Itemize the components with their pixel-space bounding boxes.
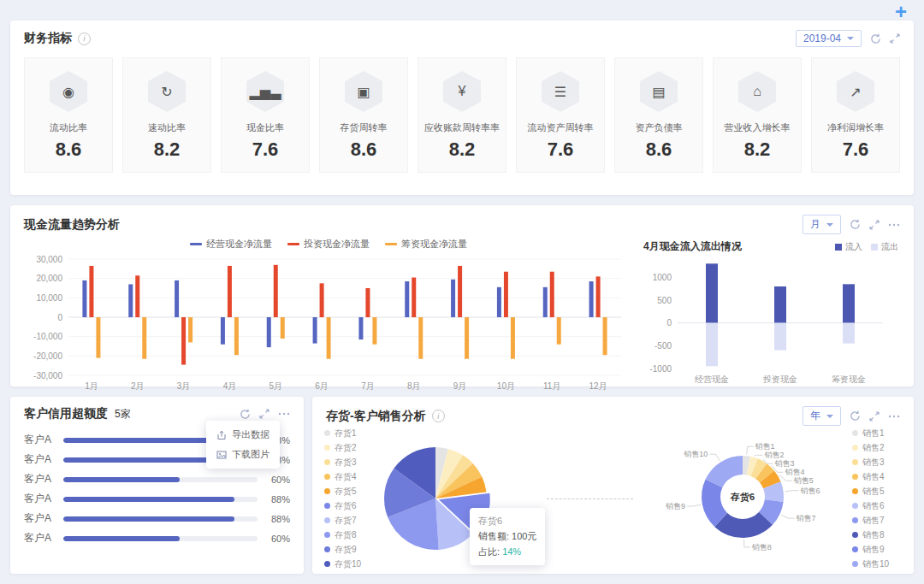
svg-text:7月: 7月: [361, 381, 375, 391]
legend-item[interactable]: 存货7: [324, 515, 374, 527]
legend-item[interactable]: 投资现金净流量: [287, 238, 370, 251]
info-icon[interactable]: i: [432, 410, 445, 422]
svg-text:-500: -500: [654, 341, 672, 351]
cashflow-section-title: 现金流量趋势分析: [24, 217, 120, 233]
inventory-pie-area: 存货6 存货6 销售额: 100元 占比: 14%: [374, 434, 542, 563]
april-inflow-outflow-chart[interactable]: 10005000-500-1000经营现金投资现金筹资现金: [642, 254, 898, 384]
svg-text:0: 0: [666, 318, 672, 327]
inventory-sales-card: 存货-客户销售分析 i 年 存货1存货2存货3存货4存货5存货6存货7存货8存货…: [312, 397, 914, 574]
legend-item[interactable]: 销售4: [852, 471, 902, 483]
legend-dot: [324, 459, 330, 465]
legend-item[interactable]: 存货9: [324, 544, 374, 556]
legend-item[interactable]: 流出: [871, 241, 898, 253]
credit-bar-track: [63, 497, 258, 502]
legend-dot: [852, 430, 858, 436]
expand-icon[interactable]: [259, 409, 270, 419]
credit-bar-track: [63, 477, 258, 482]
subchart-title: 4月现金流入流出情况: [643, 239, 742, 254]
svg-text:1000: 1000: [653, 273, 672, 282]
legend-item[interactable]: 流入: [835, 241, 862, 253]
yen-arrow-icon: ¥: [443, 71, 481, 112]
kpi-label: 现金比率: [225, 121, 305, 134]
legend-item[interactable]: 销售2: [852, 442, 902, 454]
kpi-label: 流动比率: [28, 121, 109, 134]
store-icon: ⌂: [738, 71, 776, 112]
popup-item-download-image[interactable]: 下载图片: [216, 448, 270, 461]
expand-icon[interactable]: [869, 220, 880, 230]
expand-icon[interactable]: [890, 33, 900, 44]
legend-item[interactable]: 销售10: [852, 558, 902, 570]
kpi-value: 8.2: [127, 139, 207, 161]
legend-label: 存货7: [335, 515, 357, 527]
more-icon[interactable]: [278, 409, 290, 419]
card-menu-popup: 导出数据下载图片: [206, 421, 280, 469]
legend-label: 存货6: [335, 500, 357, 512]
svg-text:销售4: 销售4: [785, 468, 804, 476]
period-select[interactable]: 月: [803, 215, 841, 234]
info-icon[interactable]: i: [78, 32, 91, 45]
legend-label: 销售6: [862, 500, 885, 512]
credit-pct: 88%: [264, 494, 290, 504]
image-icon: [216, 450, 227, 460]
refresh-icon[interactable]: [240, 409, 251, 420]
legend-item[interactable]: 销售8: [852, 529, 902, 541]
legend-item[interactable]: 销售7: [852, 515, 902, 527]
legend-item[interactable]: 存货10: [324, 558, 374, 570]
more-icon[interactable]: [888, 220, 900, 230]
legend-item[interactable]: 销售3: [852, 457, 902, 469]
popup-item-export-data[interactable]: 导出数据: [216, 428, 270, 441]
legend-item[interactable]: 存货4: [324, 471, 374, 483]
credit-row: 客户A60%: [24, 469, 290, 489]
legend-label: 销售5: [862, 486, 885, 498]
legend-item[interactable]: 存货6: [324, 500, 374, 512]
kpi-card: ⌂营业收入增长率8.2: [713, 57, 802, 173]
legend-label: 存货10: [335, 558, 361, 570]
legend-label: 销售3: [862, 457, 885, 469]
legend-label: 投资现金净流量: [304, 238, 370, 251]
popup-item-label: 下载图片: [232, 448, 270, 461]
legend-marker: [385, 243, 397, 245]
kpi-card: ▣存货周转率8.6: [319, 57, 408, 173]
cashflow-trend-chart[interactable]: 30,00020,00010,0000-10,000-20,000-30,000…: [24, 252, 633, 391]
credit-bar-fill: [63, 477, 180, 482]
refresh-icon[interactable]: [850, 410, 861, 422]
legend-item[interactable]: 存货8: [324, 529, 374, 541]
svg-text:3月: 3月: [177, 381, 191, 391]
legend-label: 销售9: [862, 544, 885, 556]
svg-text:4月: 4月: [223, 381, 237, 391]
svg-text:销售10: 销售10: [684, 450, 708, 458]
svg-text:9月: 9月: [453, 381, 467, 391]
kpi-card: ◉流动比率8.6: [24, 57, 113, 173]
donut-legend: 销售1销售2销售3销售4销售5销售6销售7销售8销售9销售10: [852, 428, 902, 570]
legend-dot: [852, 517, 858, 523]
legend-item[interactable]: 存货2: [324, 442, 374, 454]
kpi-label: 速动比率: [127, 121, 207, 134]
legend-item[interactable]: 存货5: [324, 486, 374, 498]
legend-item[interactable]: 经营现金净流量: [190, 238, 272, 251]
legend-item[interactable]: 销售6: [852, 500, 902, 512]
period-select[interactable]: 年: [803, 406, 841, 426]
pie-legend: 存货1存货2存货3存货4存货5存货6存货7存货8存货9存货10: [324, 428, 374, 570]
legend-item[interactable]: 存货3: [324, 457, 374, 469]
credit-bar-track: [63, 516, 258, 522]
legend-label: 销售10: [862, 558, 889, 570]
expand-icon[interactable]: [869, 411, 880, 422]
svg-text:销售2: 销售2: [764, 451, 784, 459]
coins-icon: ☰: [542, 71, 579, 112]
legend-dot: [852, 445, 858, 451]
more-icon[interactable]: [888, 411, 900, 422]
kpi-card: ☰流动资产周转率7.6: [516, 57, 605, 173]
legend-label: 销售4: [862, 471, 885, 483]
legend-item[interactable]: 销售5: [852, 486, 902, 498]
sales-donut-chart[interactable]: 存货6销售1销售2销售3销售4销售5销售6销售7销售8销售9销售10: [638, 427, 852, 570]
trend-up-icon: ↗: [837, 71, 874, 112]
legend-dot: [852, 546, 858, 552]
legend-item[interactable]: 筹资现金净流量: [385, 238, 467, 251]
export-icon: [216, 430, 227, 440]
date-select[interactable]: 2019-04: [796, 30, 862, 47]
refresh-icon[interactable]: [850, 219, 861, 230]
refresh-icon[interactable]: [870, 33, 881, 44]
credit-bar-track: [63, 536, 258, 541]
legend-dot: [324, 517, 330, 523]
legend-item[interactable]: 销售9: [852, 544, 902, 556]
